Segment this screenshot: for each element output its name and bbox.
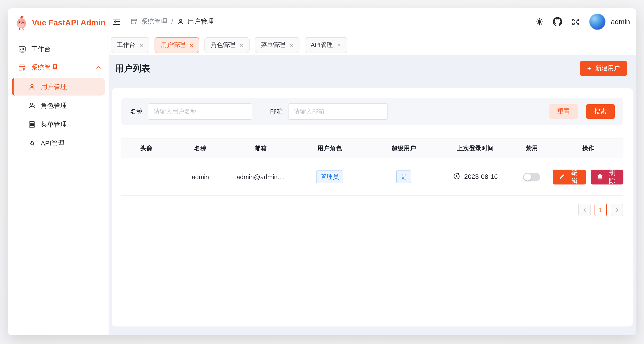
col-disabled: 禁用 (510, 139, 553, 158)
reset-button[interactable]: 重置 (550, 104, 578, 119)
col-actions: 操作 (553, 139, 624, 158)
toggle-knob (524, 173, 531, 180)
name-label: 名称 (130, 107, 143, 116)
cell-last-login: 2023-08-16 (440, 158, 510, 196)
tab-user-management[interactable]: 用户管理 × (154, 37, 199, 53)
breadcrumb-label: 用户管理 (188, 18, 214, 26)
sidebar-item-label: 用户管理 (41, 83, 67, 91)
sidebar-item-role-management[interactable]: 角色管理 (12, 97, 105, 114)
chick-logo-icon (15, 16, 28, 30)
sidebar-item-label: 角色管理 (41, 101, 67, 110)
breadcrumb: 系统管理 / 用户管理 (130, 18, 214, 26)
collapse-sidebar-icon[interactable] (112, 17, 121, 26)
tab-role-management[interactable]: 角色管理 × (205, 37, 249, 53)
tab-menu-management[interactable]: 菜单管理 × (254, 37, 299, 53)
search-button[interactable]: 搜索 (586, 104, 615, 119)
cell-actions: 编辑 (553, 158, 624, 196)
tab-label: 工作台 (117, 41, 135, 49)
table-header-row: 头像 名称 邮箱 用户角色 超级用户 上次登录时间 禁用 操作 (121, 139, 624, 158)
superuser-tag: 是 (396, 170, 411, 183)
main-area: 系统管理 / 用户管理 (109, 8, 636, 335)
page-title: 用户列表 (115, 63, 150, 74)
col-last-login: 上次登录时间 (440, 139, 510, 158)
fullscreen-icon[interactable] (572, 17, 580, 26)
monitor-icon (18, 45, 26, 53)
close-icon[interactable]: × (337, 42, 341, 48)
list-icon (28, 121, 36, 128)
page: Vue FastAPI Admin 工作台 (0, 0, 644, 344)
tabs-bar: 工作台 × 用户管理 × 角色管理 × 菜单管理 × API管理 × (109, 35, 636, 55)
tab-label: 角色管理 (211, 41, 235, 49)
sidebar-menu: 工作台 系统管理 (8, 37, 108, 156)
next-page-button[interactable] (611, 204, 623, 216)
name-input[interactable] (148, 103, 252, 119)
table-row: admin admin@admin.... 管理员 是 (121, 158, 624, 196)
username[interactable]: admin (611, 18, 630, 26)
theme-sun-icon[interactable] (535, 17, 544, 26)
new-user-button[interactable]: + 新建用户 (580, 61, 627, 76)
disabled-toggle[interactable] (523, 172, 540, 181)
page-number-1[interactable]: 1 (594, 204, 607, 216)
last-login-value: 2023-08-16 (464, 172, 498, 180)
cell-email: admin@admin.... (229, 158, 292, 196)
delete-button[interactable]: 删除 (591, 169, 624, 184)
sidebar-item-label: API管理 (41, 139, 64, 147)
user-avatar[interactable] (590, 14, 606, 30)
breadcrumb-separator: / (171, 18, 173, 26)
close-icon[interactable]: × (190, 42, 193, 48)
user-icon (177, 18, 184, 26)
user-switch-icon (28, 102, 36, 110)
trash-icon (596, 174, 603, 180)
sidebar-item-menu-management[interactable]: 菜单管理 (12, 116, 105, 133)
github-icon[interactable] (553, 17, 562, 26)
sidebar-item-label: 菜单管理 (41, 120, 67, 129)
topbar-actions: admin (535, 14, 630, 30)
close-icon[interactable]: × (140, 42, 143, 48)
content: 用户列表 + 新建用户 名称 邮箱 重置 (109, 55, 636, 335)
col-role: 用户角色 (292, 139, 367, 158)
edit-label: 编辑 (569, 169, 580, 185)
plug-icon (28, 139, 36, 147)
user-list-card: 名称 邮箱 重置 搜索 (112, 88, 633, 326)
sidebar-item-user-management[interactable]: 用户管理 (12, 78, 105, 96)
prev-page-button[interactable] (578, 204, 590, 216)
app-window: Vue FastAPI Admin 工作台 (8, 8, 636, 335)
query-bar: 名称 邮箱 重置 搜索 (121, 98, 624, 125)
close-icon[interactable]: × (290, 42, 293, 48)
page-header: 用户列表 + 新建用户 (112, 61, 633, 76)
col-name: 名称 (172, 139, 229, 158)
plus-icon: + (587, 65, 592, 72)
tab-api-management[interactable]: API管理 × (305, 37, 347, 53)
cell-superuser: 是 (367, 158, 440, 196)
window-gear-icon (130, 18, 138, 26)
tab-label: 用户管理 (161, 41, 185, 49)
role-tag: 管理员 (316, 170, 343, 183)
chevron-up-icon (96, 64, 102, 71)
sidebar: Vue FastAPI Admin 工作台 (8, 8, 109, 335)
email-label: 邮箱 (270, 107, 283, 116)
email-input[interactable] (288, 103, 388, 119)
sidebar-item-label: 工作台 (31, 45, 51, 53)
app-title: Vue FastAPI Admin (32, 18, 106, 27)
window-gear-icon (18, 63, 26, 72)
topbar: 系统管理 / 用户管理 (109, 8, 636, 35)
tab-label: 菜单管理 (261, 41, 285, 49)
delete-label: 删除 (606, 169, 618, 185)
cell-role: 管理员 (292, 158, 367, 196)
app-logo: Vue FastAPI Admin (8, 8, 108, 37)
pagination: 1 (121, 204, 624, 216)
close-icon[interactable]: × (240, 42, 243, 48)
col-email: 邮箱 (229, 139, 292, 158)
cell-disabled (510, 158, 553, 196)
col-superuser: 超级用户 (367, 139, 440, 158)
sidebar-item-workbench[interactable]: 工作台 (8, 40, 108, 58)
user-table: 头像 名称 邮箱 用户角色 超级用户 上次登录时间 禁用 操作 (121, 139, 624, 196)
tab-workbench[interactable]: 工作台 × (111, 37, 149, 53)
pencil-icon (559, 174, 566, 180)
sidebar-item-system[interactable]: 系统管理 (8, 58, 108, 77)
breadcrumb-users[interactable]: 用户管理 (177, 18, 214, 26)
edit-button[interactable]: 编辑 (553, 169, 586, 184)
breadcrumb-system[interactable]: 系统管理 (130, 18, 167, 26)
sidebar-item-api-management[interactable]: API管理 (12, 135, 105, 152)
tab-label: API管理 (311, 41, 333, 49)
